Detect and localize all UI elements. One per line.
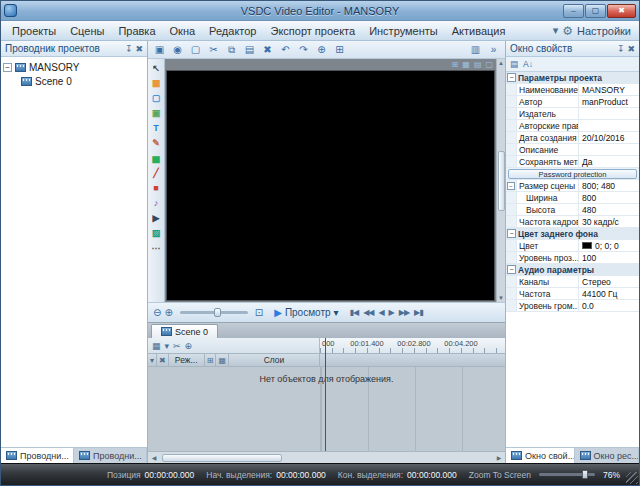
grid-icon[interactable]: ⊞ bbox=[331, 42, 348, 57]
chevron-down-icon[interactable]: ▾ bbox=[553, 24, 559, 37]
menu-item[interactable]: Правка bbox=[111, 23, 162, 39]
property-section[interactable]: −Параметры проекта bbox=[506, 72, 639, 84]
fit-screen-icon[interactable]: ⊡ bbox=[255, 307, 263, 318]
tab-resources-window[interactable]: Окно рес... bbox=[575, 448, 639, 463]
preview-button[interactable]: ▶ Просмотр ▾ bbox=[274, 307, 338, 318]
property-row[interactable]: Частота44100 Гц bbox=[506, 288, 639, 300]
property-value[interactable]: 0.0 bbox=[579, 301, 639, 311]
pin-icon[interactable]: ↧ bbox=[125, 44, 133, 54]
copy-icon[interactable]: ⧉ bbox=[223, 42, 240, 57]
pencil-icon[interactable]: ✎ bbox=[149, 136, 164, 150]
maximize-button[interactable]: ▢ bbox=[585, 4, 606, 18]
rulers-icon[interactable]: ▤ bbox=[474, 60, 482, 69]
property-value[interactable]: Стерео bbox=[579, 277, 639, 287]
status-zoom-slider[interactable] bbox=[539, 473, 595, 476]
collapse-icon[interactable]: − bbox=[507, 73, 516, 82]
property-row[interactable]: АвторmanProduct bbox=[506, 96, 639, 108]
zoom-in-icon[interactable]: ⊕ bbox=[164, 307, 172, 318]
rectangle-select-icon[interactable]: ▢ bbox=[149, 91, 164, 105]
chart-icon[interactable]: ▅ bbox=[149, 151, 164, 165]
transport-button[interactable]: ▶▮ bbox=[414, 308, 423, 317]
property-row[interactable]: Авторские прав... bbox=[506, 120, 639, 132]
property-value[interactable]: Да bbox=[579, 157, 639, 167]
collapse-icon[interactable]: − bbox=[507, 265, 516, 274]
scroll-down-icon[interactable]: ▼ bbox=[498, 295, 504, 301]
property-value[interactable]: manProduct bbox=[579, 97, 639, 107]
cut-icon[interactable]: ✂ bbox=[205, 42, 222, 57]
property-row[interactable]: НаименованиеMANSORY bbox=[506, 84, 639, 96]
scroll-up-icon[interactable]: ▲ bbox=[498, 60, 504, 66]
property-value[interactable]: 100 bbox=[579, 253, 639, 263]
image-icon[interactable]: ▨ bbox=[149, 226, 164, 240]
tab-properties-window[interactable]: Окно свой... bbox=[506, 448, 575, 463]
mode-column-header[interactable]: Реж... bbox=[169, 354, 205, 366]
property-row[interactable]: Дата создания20/10/2016 bbox=[506, 132, 639, 144]
shape-icon[interactable]: ■ bbox=[149, 181, 164, 195]
more-icon[interactable]: » bbox=[485, 42, 502, 57]
video-capture-icon[interactable]: ▢ bbox=[187, 42, 204, 57]
paste-icon[interactable]: ▤ bbox=[241, 42, 258, 57]
menu-item[interactable]: Инструменты bbox=[362, 23, 445, 39]
header-blocks-icon[interactable]: ▦ bbox=[216, 354, 229, 366]
menu-item[interactable]: Окна bbox=[163, 23, 203, 39]
scrollbar-thumb[interactable] bbox=[498, 151, 505, 211]
property-section[interactable]: −Цвет заднего фона bbox=[506, 228, 639, 240]
chevron-down-icon[interactable]: ▾ bbox=[334, 307, 339, 318]
header-grid-icon[interactable]: ⊞ bbox=[205, 354, 217, 366]
status-zoom-thumb[interactable] bbox=[582, 470, 588, 479]
more-icon[interactable]: ⋯ bbox=[149, 241, 164, 255]
property-value[interactable]: 480 bbox=[579, 205, 639, 215]
settings-menu[interactable]: Настройки bbox=[577, 25, 631, 37]
alphabetical-icon[interactable]: A↓ bbox=[523, 59, 533, 69]
property-row[interactable]: Издатель bbox=[506, 108, 639, 120]
password-protection-button[interactable]: Password protection bbox=[508, 169, 637, 179]
property-row[interactable]: КаналыСтерео bbox=[506, 276, 639, 288]
minimize-button[interactable]: – bbox=[563, 4, 584, 18]
layout-icon[interactable]: ▥ bbox=[467, 42, 484, 57]
add-object-icon[interactable]: ▦ bbox=[149, 76, 164, 90]
video-icon[interactable]: ▶ bbox=[149, 211, 164, 225]
collapse-icon[interactable]: − bbox=[507, 229, 516, 238]
screen-capture-icon[interactable]: ◉ bbox=[169, 42, 186, 57]
property-value[interactable]: 800; 480 bbox=[579, 181, 639, 191]
menu-item[interactable]: Активация bbox=[445, 23, 513, 39]
property-row[interactable]: Уровень проз...100 bbox=[506, 252, 639, 264]
property-row[interactable]: Уровень гром...0.0 bbox=[506, 300, 639, 312]
title-bar[interactable]: VSDC Video Editor - MANSORY – ▢ ✖ bbox=[1, 1, 639, 21]
timeline-ruler[interactable]: 00000:01.40000:02.80000:04.200 bbox=[320, 338, 505, 353]
tree-item-project[interactable]: − MANSORY bbox=[3, 60, 145, 74]
zoom-out-icon[interactable]: ⊖ bbox=[153, 307, 161, 318]
scrollbar-thumb[interactable] bbox=[162, 454, 282, 462]
close-button[interactable]: ✖ bbox=[607, 4, 636, 18]
bounds-icon[interactable]: ▢ bbox=[485, 60, 493, 69]
timeline-scrollbar[interactable]: ◀ ▶ bbox=[148, 451, 505, 463]
line-icon[interactable]: ╱ bbox=[149, 166, 164, 180]
property-row[interactable]: Сохранять мета...Да bbox=[506, 156, 639, 168]
preview-canvas[interactable] bbox=[166, 70, 495, 301]
zoom-icon[interactable]: ⊕ bbox=[313, 42, 330, 57]
zoom-slider-thumb[interactable] bbox=[214, 308, 221, 317]
tab-project-explorer[interactable]: Проводни... bbox=[1, 448, 74, 463]
close-icon[interactable]: ✖ bbox=[627, 44, 635, 54]
cut-region-icon[interactable]: ✂ bbox=[173, 341, 181, 351]
snap-grid-icon[interactable]: ▦ bbox=[462, 60, 470, 69]
property-value[interactable]: 20/10/2016 bbox=[579, 133, 639, 143]
pin-icon[interactable]: ↧ bbox=[617, 44, 625, 54]
zoom-mode-label[interactable]: Zoom To Screen bbox=[469, 470, 531, 480]
sprite-icon[interactable]: ▣ bbox=[149, 106, 164, 120]
property-value[interactable]: 30 кадр/с bbox=[579, 217, 639, 227]
resize-grip[interactable] bbox=[626, 472, 638, 484]
transport-button[interactable]: ▶ bbox=[389, 308, 394, 317]
pointer-icon[interactable]: ↖ bbox=[149, 61, 164, 75]
display-grid-icon[interactable]: ⊞ bbox=[452, 60, 459, 69]
add-scene-icon[interactable]: ▣ bbox=[151, 42, 168, 57]
collapse-icon[interactable]: − bbox=[507, 182, 515, 190]
categorized-icon[interactable]: ▤ bbox=[510, 59, 518, 69]
collapse-icon[interactable]: − bbox=[3, 63, 12, 72]
property-row[interactable]: −Размер сцены800; 480 bbox=[506, 180, 639, 192]
timeline-body[interactable]: Нет объектов для отображения. bbox=[148, 367, 505, 451]
scroll-right-icon[interactable]: ▶ bbox=[493, 454, 505, 461]
property-section[interactable]: −Аудио параметры bbox=[506, 264, 639, 276]
header-menu-icon[interactable]: ▾ bbox=[148, 354, 157, 366]
property-row[interactable]: Цвет0; 0; 0 bbox=[506, 240, 639, 252]
